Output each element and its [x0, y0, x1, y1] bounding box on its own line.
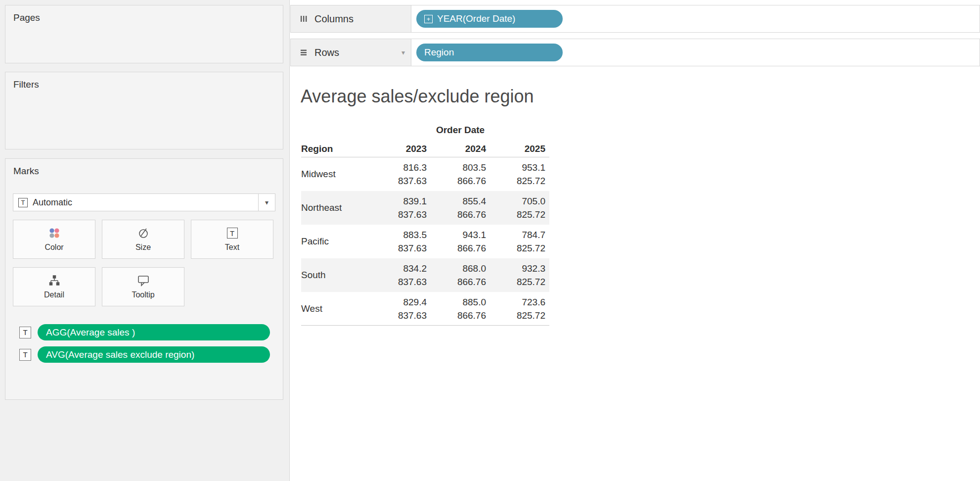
- marks-pill-row: T AVG(Average sales exclude region): [19, 346, 270, 363]
- tableau-workspace: Pages Filters Marks T Automatic ▾: [0, 0, 980, 481]
- table-cell[interactable]: 885.0 866.76: [431, 292, 490, 325]
- table-cell[interactable]: 723.6 825.72: [490, 292, 549, 325]
- rows-shelf-dropdown-arrow[interactable]: ▾: [401, 48, 405, 56]
- color-button-label: Color: [45, 243, 63, 252]
- row-header[interactable]: South: [301, 258, 371, 292]
- table-row: South 834.2 837.63 868.0 866.76 932.3 82…: [301, 258, 549, 292]
- table-cell[interactable]: 816.3 837.63: [371, 157, 431, 191]
- row-header[interactable]: Pacific: [301, 225, 371, 258]
- color-icon: [47, 227, 62, 240]
- table-row: Midwest 816.3 837.63 803.5 866.76 953.1 …: [301, 157, 549, 191]
- table-cell[interactable]: 932.3 825.72: [490, 258, 549, 292]
- row-header-title[interactable]: Region: [301, 144, 371, 154]
- table-cell[interactable]: 834.2 837.63: [371, 258, 431, 292]
- agg-average-sales-pill[interactable]: AGG(Average sales ): [38, 324, 270, 340]
- pages-shelf[interactable]: Pages: [5, 5, 283, 63]
- column-group-header[interactable]: Order Date: [371, 125, 549, 136]
- cell-value: 803.5: [462, 161, 486, 174]
- cell-value: 837.63: [398, 275, 427, 289]
- columns-shelf-text: Columns: [314, 13, 354, 25]
- year-order-date-pill-label: YEAR(Order Date): [437, 13, 515, 24]
- columns-shelf[interactable]: Columns + YEAR(Order Date): [290, 5, 980, 33]
- avg-average-sales-exclude-region-pill[interactable]: AVG(Average sales exclude region): [38, 346, 270, 363]
- rows-shelf-text: Rows: [314, 47, 339, 58]
- table-cell[interactable]: 705.0 825.72: [490, 191, 549, 225]
- cell-value: 825.72: [517, 275, 545, 289]
- filters-shelf[interactable]: Filters: [5, 72, 283, 149]
- text-button[interactable]: T Text: [191, 220, 273, 259]
- year-order-date-pill[interactable]: + YEAR(Order Date): [416, 10, 563, 28]
- expand-icon[interactable]: +: [424, 15, 433, 23]
- cell-value: 784.7: [522, 228, 545, 241]
- text-icon: T: [225, 227, 240, 240]
- columns-shelf-label: Columns: [291, 5, 411, 32]
- cell-value: 825.72: [517, 174, 545, 188]
- cell-value: 825.72: [517, 309, 545, 322]
- table-cell[interactable]: 803.5 866.76: [431, 157, 490, 191]
- table-row: Pacific 883.5 837.63 943.1 866.76 784.7 …: [301, 225, 549, 258]
- cell-value: 932.3: [522, 262, 545, 275]
- marks-buttons-row-1: Color Size T Text: [13, 220, 273, 259]
- size-button-label: Size: [135, 243, 151, 252]
- text-button-label: Text: [225, 243, 239, 252]
- cell-value: 825.72: [517, 241, 545, 255]
- left-panel: Pages Filters Marks T Automatic ▾: [0, 0, 290, 481]
- color-button[interactable]: Color: [13, 220, 95, 259]
- marks-card: Marks T Automatic ▾ Color: [5, 158, 283, 400]
- tooltip-button[interactable]: Tooltip: [102, 267, 184, 306]
- cell-value: 883.5: [403, 228, 427, 241]
- region-pill[interactable]: Region: [416, 44, 563, 61]
- table-cell[interactable]: 953.1 825.72: [490, 157, 549, 191]
- mark-type-dropdown[interactable]: T Automatic ▾: [13, 193, 275, 211]
- detail-button[interactable]: Detail: [13, 267, 95, 306]
- cell-value: 825.72: [517, 208, 545, 221]
- text-mark-icon: T: [19, 327, 31, 338]
- rows-icon: [299, 48, 309, 57]
- columns-icon: [299, 14, 309, 24]
- cell-value: 837.63: [398, 309, 427, 322]
- cell-value: 829.4: [403, 295, 427, 309]
- pages-shelf-title: Pages: [5, 5, 283, 30]
- size-button[interactable]: Size: [102, 220, 184, 259]
- marks-pill-row: T AGG(Average sales ): [19, 324, 270, 340]
- cell-value: 816.3: [403, 161, 427, 174]
- text-mark-icon: T: [18, 198, 28, 207]
- rows-shelf[interactable]: Rows ▾ Region: [290, 39, 980, 66]
- cell-value: 866.76: [457, 208, 486, 221]
- row-header[interactable]: Midwest: [301, 157, 371, 191]
- marks-buttons-row-2: Detail Tooltip: [13, 267, 184, 306]
- column-header[interactable]: 2023: [371, 144, 431, 154]
- cell-value: 866.76: [457, 241, 486, 255]
- cell-value: 866.76: [457, 174, 486, 188]
- cell-value: 837.63: [398, 208, 427, 221]
- table-row: West 829.4 837.63 885.0 866.76 723.6 825…: [301, 292, 549, 326]
- row-header[interactable]: West: [301, 292, 371, 325]
- cell-value: 868.0: [462, 262, 486, 275]
- table-cell[interactable]: 883.5 837.63: [371, 225, 431, 258]
- filters-shelf-title: Filters: [5, 72, 283, 97]
- column-header[interactable]: 2024: [431, 144, 490, 154]
- table-cell[interactable]: 829.4 837.63: [371, 292, 431, 325]
- size-icon: [136, 227, 151, 240]
- cell-value: 834.2: [403, 262, 427, 275]
- table-cell[interactable]: 784.7 825.72: [490, 225, 549, 258]
- row-header[interactable]: Northeast: [301, 191, 371, 225]
- column-header[interactable]: 2025: [490, 144, 549, 154]
- cell-value: 866.76: [457, 309, 486, 322]
- cell-value: 705.0: [522, 194, 545, 208]
- table-cell[interactable]: 855.4 866.76: [431, 191, 490, 225]
- view-canvas: Average sales/exclude region Order Date …: [290, 69, 980, 481]
- cell-value: 943.1: [462, 228, 486, 241]
- cell-value: 837.63: [398, 241, 427, 255]
- mark-type-value: Automatic: [33, 197, 72, 208]
- table-row: Northeast 839.1 837.63 855.4 866.76 705.…: [301, 191, 549, 225]
- tooltip-icon: [136, 274, 151, 287]
- tooltip-button-label: Tooltip: [132, 290, 154, 299]
- table-cell[interactable]: 943.1 866.76: [431, 225, 490, 258]
- mark-type-dropdown-arrow[interactable]: ▾: [258, 194, 275, 211]
- view-title[interactable]: Average sales/exclude region: [301, 86, 534, 107]
- cell-value: 855.4: [462, 194, 486, 208]
- rows-shelf-label: Rows ▾: [291, 39, 411, 66]
- table-cell[interactable]: 839.1 837.63: [371, 191, 431, 225]
- table-cell[interactable]: 868.0 866.76: [431, 258, 490, 292]
